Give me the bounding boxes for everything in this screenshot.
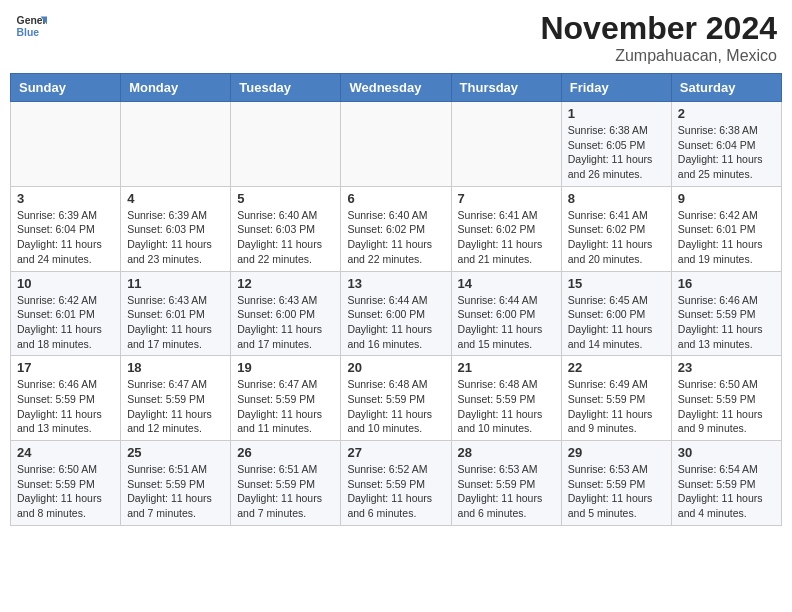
- day-number: 23: [678, 360, 775, 375]
- calendar-cell: 4Sunrise: 6:39 AM Sunset: 6:03 PM Daylig…: [121, 186, 231, 271]
- calendar-cell: 11Sunrise: 6:43 AM Sunset: 6:01 PM Dayli…: [121, 271, 231, 356]
- page-header: General Blue November 2024 Zumpahuacan, …: [10, 10, 782, 65]
- calendar-cell: 6Sunrise: 6:40 AM Sunset: 6:02 PM Daylig…: [341, 186, 451, 271]
- day-number: 10: [17, 276, 114, 291]
- calendar-cell: 22Sunrise: 6:49 AM Sunset: 5:59 PM Dayli…: [561, 356, 671, 441]
- day-number: 16: [678, 276, 775, 291]
- calendar-week-row: 24Sunrise: 6:50 AM Sunset: 5:59 PM Dayli…: [11, 441, 782, 526]
- calendar-cell: [11, 102, 121, 187]
- day-number: 15: [568, 276, 665, 291]
- day-info: Sunrise: 6:47 AM Sunset: 5:59 PM Dayligh…: [237, 377, 334, 436]
- calendar-cell: 19Sunrise: 6:47 AM Sunset: 5:59 PM Dayli…: [231, 356, 341, 441]
- calendar-cell: 7Sunrise: 6:41 AM Sunset: 6:02 PM Daylig…: [451, 186, 561, 271]
- calendar-cell: 13Sunrise: 6:44 AM Sunset: 6:00 PM Dayli…: [341, 271, 451, 356]
- day-number: 8: [568, 191, 665, 206]
- day-info: Sunrise: 6:38 AM Sunset: 6:04 PM Dayligh…: [678, 123, 775, 182]
- calendar-cell: 15Sunrise: 6:45 AM Sunset: 6:00 PM Dayli…: [561, 271, 671, 356]
- logo-icon: General Blue: [15, 10, 47, 42]
- calendar-cell: 26Sunrise: 6:51 AM Sunset: 5:59 PM Dayli…: [231, 441, 341, 526]
- calendar-week-row: 1Sunrise: 6:38 AM Sunset: 6:05 PM Daylig…: [11, 102, 782, 187]
- day-info: Sunrise: 6:43 AM Sunset: 6:01 PM Dayligh…: [127, 293, 224, 352]
- day-number: 21: [458, 360, 555, 375]
- calendar-cell: 24Sunrise: 6:50 AM Sunset: 5:59 PM Dayli…: [11, 441, 121, 526]
- day-info: Sunrise: 6:39 AM Sunset: 6:04 PM Dayligh…: [17, 208, 114, 267]
- day-number: 11: [127, 276, 224, 291]
- calendar-cell: 17Sunrise: 6:46 AM Sunset: 5:59 PM Dayli…: [11, 356, 121, 441]
- day-info: Sunrise: 6:41 AM Sunset: 6:02 PM Dayligh…: [568, 208, 665, 267]
- day-number: 19: [237, 360, 334, 375]
- calendar-cell: 21Sunrise: 6:48 AM Sunset: 5:59 PM Dayli…: [451, 356, 561, 441]
- location-title: Zumpahuacan, Mexico: [540, 47, 777, 65]
- day-info: Sunrise: 6:39 AM Sunset: 6:03 PM Dayligh…: [127, 208, 224, 267]
- calendar-cell: 25Sunrise: 6:51 AM Sunset: 5:59 PM Dayli…: [121, 441, 231, 526]
- calendar-cell: 29Sunrise: 6:53 AM Sunset: 5:59 PM Dayli…: [561, 441, 671, 526]
- calendar-cell: 28Sunrise: 6:53 AM Sunset: 5:59 PM Dayli…: [451, 441, 561, 526]
- day-number: 28: [458, 445, 555, 460]
- svg-text:Blue: Blue: [17, 27, 40, 38]
- calendar-cell: 5Sunrise: 6:40 AM Sunset: 6:03 PM Daylig…: [231, 186, 341, 271]
- day-info: Sunrise: 6:42 AM Sunset: 6:01 PM Dayligh…: [678, 208, 775, 267]
- title-section: November 2024 Zumpahuacan, Mexico: [540, 10, 777, 65]
- calendar-cell: 12Sunrise: 6:43 AM Sunset: 6:00 PM Dayli…: [231, 271, 341, 356]
- day-info: Sunrise: 6:44 AM Sunset: 6:00 PM Dayligh…: [347, 293, 444, 352]
- calendar-cell: [341, 102, 451, 187]
- calendar-cell: 1Sunrise: 6:38 AM Sunset: 6:05 PM Daylig…: [561, 102, 671, 187]
- calendar-cell: 3Sunrise: 6:39 AM Sunset: 6:04 PM Daylig…: [11, 186, 121, 271]
- calendar-cell: 20Sunrise: 6:48 AM Sunset: 5:59 PM Dayli…: [341, 356, 451, 441]
- day-number: 29: [568, 445, 665, 460]
- day-number: 18: [127, 360, 224, 375]
- calendar: SundayMondayTuesdayWednesdayThursdayFrid…: [10, 73, 782, 526]
- day-info: Sunrise: 6:40 AM Sunset: 6:02 PM Dayligh…: [347, 208, 444, 267]
- day-info: Sunrise: 6:49 AM Sunset: 5:59 PM Dayligh…: [568, 377, 665, 436]
- day-info: Sunrise: 6:43 AM Sunset: 6:00 PM Dayligh…: [237, 293, 334, 352]
- calendar-cell: 10Sunrise: 6:42 AM Sunset: 6:01 PM Dayli…: [11, 271, 121, 356]
- calendar-cell: 23Sunrise: 6:50 AM Sunset: 5:59 PM Dayli…: [671, 356, 781, 441]
- day-number: 20: [347, 360, 444, 375]
- day-info: Sunrise: 6:53 AM Sunset: 5:59 PM Dayligh…: [568, 462, 665, 521]
- weekday-header: Thursday: [451, 74, 561, 102]
- calendar-cell: 18Sunrise: 6:47 AM Sunset: 5:59 PM Dayli…: [121, 356, 231, 441]
- calendar-cell: 14Sunrise: 6:44 AM Sunset: 6:00 PM Dayli…: [451, 271, 561, 356]
- day-info: Sunrise: 6:46 AM Sunset: 5:59 PM Dayligh…: [17, 377, 114, 436]
- day-info: Sunrise: 6:53 AM Sunset: 5:59 PM Dayligh…: [458, 462, 555, 521]
- weekday-header: Friday: [561, 74, 671, 102]
- day-number: 13: [347, 276, 444, 291]
- calendar-cell: 8Sunrise: 6:41 AM Sunset: 6:02 PM Daylig…: [561, 186, 671, 271]
- day-info: Sunrise: 6:50 AM Sunset: 5:59 PM Dayligh…: [17, 462, 114, 521]
- day-info: Sunrise: 6:51 AM Sunset: 5:59 PM Dayligh…: [127, 462, 224, 521]
- weekday-header: Sunday: [11, 74, 121, 102]
- calendar-cell: 9Sunrise: 6:42 AM Sunset: 6:01 PM Daylig…: [671, 186, 781, 271]
- day-number: 27: [347, 445, 444, 460]
- logo: General Blue: [15, 10, 47, 42]
- calendar-cell: [231, 102, 341, 187]
- day-number: 26: [237, 445, 334, 460]
- day-number: 12: [237, 276, 334, 291]
- day-number: 25: [127, 445, 224, 460]
- weekday-header: Saturday: [671, 74, 781, 102]
- weekday-header: Wednesday: [341, 74, 451, 102]
- day-number: 4: [127, 191, 224, 206]
- day-info: Sunrise: 6:40 AM Sunset: 6:03 PM Dayligh…: [237, 208, 334, 267]
- day-info: Sunrise: 6:48 AM Sunset: 5:59 PM Dayligh…: [458, 377, 555, 436]
- calendar-cell: [121, 102, 231, 187]
- day-number: 1: [568, 106, 665, 121]
- day-number: 6: [347, 191, 444, 206]
- month-title: November 2024: [540, 10, 777, 47]
- day-number: 5: [237, 191, 334, 206]
- weekday-header: Tuesday: [231, 74, 341, 102]
- day-number: 17: [17, 360, 114, 375]
- day-number: 14: [458, 276, 555, 291]
- day-number: 2: [678, 106, 775, 121]
- calendar-week-row: 17Sunrise: 6:46 AM Sunset: 5:59 PM Dayli…: [11, 356, 782, 441]
- day-info: Sunrise: 6:50 AM Sunset: 5:59 PM Dayligh…: [678, 377, 775, 436]
- day-info: Sunrise: 6:44 AM Sunset: 6:00 PM Dayligh…: [458, 293, 555, 352]
- day-info: Sunrise: 6:46 AM Sunset: 5:59 PM Dayligh…: [678, 293, 775, 352]
- calendar-week-row: 10Sunrise: 6:42 AM Sunset: 6:01 PM Dayli…: [11, 271, 782, 356]
- calendar-week-row: 3Sunrise: 6:39 AM Sunset: 6:04 PM Daylig…: [11, 186, 782, 271]
- day-info: Sunrise: 6:41 AM Sunset: 6:02 PM Dayligh…: [458, 208, 555, 267]
- day-number: 24: [17, 445, 114, 460]
- day-number: 9: [678, 191, 775, 206]
- calendar-cell: [451, 102, 561, 187]
- calendar-cell: 27Sunrise: 6:52 AM Sunset: 5:59 PM Dayli…: [341, 441, 451, 526]
- day-number: 3: [17, 191, 114, 206]
